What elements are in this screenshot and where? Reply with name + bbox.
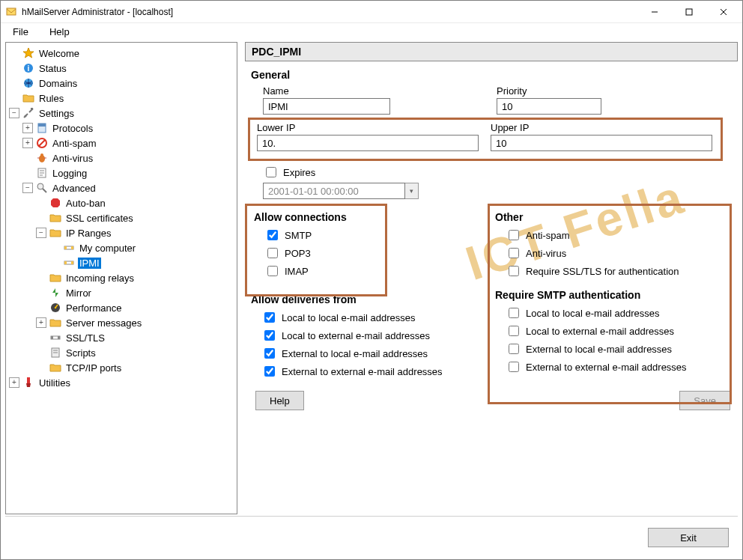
tree-node-scripts[interactable]: Scripts [36, 345, 234, 360]
input-priority[interactable] [497, 98, 601, 115]
svg-line-24 [43, 189, 46, 192]
tree-node-domains[interactable]: Domains [9, 76, 234, 91]
label-auth-e2l: External to local e-mail addresses [526, 344, 672, 355]
label-imap: IMAP [285, 266, 309, 277]
tree-node-antispam[interactable]: +Anti-spam [22, 136, 234, 150]
checkbox-expires[interactable]: Expires [263, 165, 735, 180]
content-area: Welcome iStatus Domains Rules −Settings … [1, 40, 742, 514]
checkbox-other-ssl[interactable]: Require SSL/TLS for authentication [506, 264, 730, 279]
minimize-button[interactable] [637, 1, 672, 23]
stop-icon [49, 197, 61, 209]
date-dropdown-button[interactable]: ▾ [405, 183, 419, 199]
mirror-icon [49, 287, 61, 299]
tree-node-utilities[interactable]: +Utilities [9, 375, 234, 390]
ssl-icon [49, 332, 61, 344]
checkbox-deliv-l2l[interactable]: Local to local e-mail addresses [261, 310, 483, 325]
tree-node-logging[interactable]: Logging [22, 165, 234, 180]
tree-label: Incoming relays [64, 273, 136, 284]
tree-label: Domains [37, 78, 79, 89]
section-require-auth: Require SMTP authentication [495, 289, 730, 301]
tree-node-ipranges[interactable]: −IP Ranges [36, 225, 234, 240]
checkbox-deliv-e2e[interactable]: External to external e-mail addresses [261, 364, 483, 379]
label-deliv-l2e: Local to external e-mail addresses [282, 330, 430, 341]
tree-label: Advanced [51, 183, 97, 194]
tree-node-tcpip[interactable]: TCP/IP ports [36, 360, 234, 375]
checkbox-other-antivirus[interactable]: Anti-virus [506, 246, 730, 261]
expand-icon[interactable]: + [9, 377, 19, 388]
window-title: hMailServer Administrator - [localhost] [22, 7, 173, 17]
tree-node-welcome[interactable]: Welcome [9, 46, 234, 61]
tree-node-mirror[interactable]: Mirror [36, 285, 234, 300]
bug-icon [36, 152, 48, 164]
maximize-button[interactable] [672, 1, 706, 23]
checkbox-auth-e2l[interactable]: External to local e-mail addresses [506, 341, 730, 356]
menu-help[interactable]: Help [46, 25, 73, 39]
magnifier-icon [36, 182, 48, 194]
input-upper-ip[interactable] [491, 135, 712, 151]
expand-icon[interactable]: + [22, 123, 33, 133]
range-icon [63, 242, 75, 254]
tree-label: SSL/TLS [64, 332, 106, 344]
checkbox-pop3[interactable]: POP3 [264, 246, 479, 261]
svg-point-16 [40, 153, 43, 156]
checkbox-smtp[interactable]: SMTP [264, 228, 479, 243]
tree-label: Logging [51, 168, 88, 179]
svg-rect-28 [71, 246, 73, 249]
label-deliv-e2e: External to external e-mail addresses [282, 366, 443, 377]
checkbox-deliv-l2e[interactable]: Local to external e-mail addresses [261, 328, 483, 343]
label-auth-l2l: Local to local e-mail addresses [526, 308, 659, 319]
tree-node-status[interactable]: iStatus [9, 61, 234, 76]
tree-node-settings[interactable]: −Settings [9, 106, 234, 121]
svg-rect-27 [64, 246, 67, 249]
tree-label: Status [37, 63, 68, 74]
section-other: Other [495, 211, 730, 223]
checkbox-auth-e2e[interactable]: External to external e-mail addresses [506, 359, 730, 374]
tree-node-antivirus[interactable]: Anti-virus [22, 150, 234, 165]
tree-node-rules[interactable]: Rules [9, 91, 234, 106]
tree-label: Protocols [51, 123, 94, 134]
label-priority: Priority [497, 85, 735, 97]
tree-node-servermsgs[interactable]: +Server messages [36, 315, 234, 330]
nav-tree[interactable]: Welcome iStatus Domains Rules −Settings … [5, 42, 237, 514]
tree-node-mycomputer[interactable]: My computer [49, 240, 234, 255]
label-lower-ip: Lower IP [257, 122, 482, 133]
tree-node-incoming[interactable]: Incoming relays [36, 270, 234, 285]
label-auth-l2e: Local to external e-mail addresses [526, 326, 674, 337]
tree-node-ipmi[interactable]: IPMI [49, 255, 234, 270]
expand-icon[interactable]: + [22, 138, 33, 148]
checkbox-auth-l2e[interactable]: Local to external e-mail addresses [506, 323, 730, 338]
label-name: Name [263, 85, 488, 97]
svg-rect-2 [686, 9, 692, 15]
expand-icon[interactable]: + [36, 317, 46, 328]
menu-file[interactable]: File [10, 25, 31, 39]
tree-node-advanced[interactable]: −Advanced [22, 180, 234, 195]
collapse-icon[interactable]: − [22, 183, 33, 193]
input-name[interactable] [263, 98, 390, 115]
checkbox-deliv-e2l[interactable]: External to local e-mail addresses [261, 346, 483, 361]
checkbox-auth-l2l[interactable]: Local to local e-mail addresses [506, 305, 730, 320]
info-icon: i [22, 62, 34, 74]
close-button[interactable] [706, 1, 741, 23]
details-pane: PDC_IPMI ICT Fella General Name Priority [237, 42, 738, 514]
tree-node-sslcerts[interactable]: SSL certificates [36, 210, 234, 225]
tree-label: IPMI [78, 258, 101, 269]
collapse-icon[interactable]: − [9, 108, 19, 118]
tree-label: Scripts [64, 347, 97, 359]
exit-button[interactable]: Exit [648, 528, 729, 547]
checkbox-imap[interactable]: IMAP [264, 264, 479, 279]
tree-node-performance[interactable]: Performance [36, 300, 234, 315]
input-lower-ip[interactable] [257, 135, 479, 151]
svg-point-23 [37, 183, 43, 189]
label-pop3: POP3 [285, 248, 311, 259]
tree-node-autoban[interactable]: Auto-ban [36, 195, 234, 210]
svg-rect-36 [58, 336, 60, 339]
help-button[interactable]: Help [255, 391, 304, 410]
tree-node-protocols[interactable]: +Protocols [22, 121, 234, 136]
save-button[interactable]: Save [679, 391, 730, 410]
footer-separator [5, 516, 738, 526]
collapse-icon[interactable]: − [36, 228, 46, 238]
checkbox-other-antispam[interactable]: Anti-spam [506, 228, 730, 243]
tree-node-ssltls[interactable]: SSL/TLS [36, 330, 234, 345]
svg-rect-0 [7, 8, 16, 15]
section-general: General [251, 69, 735, 81]
